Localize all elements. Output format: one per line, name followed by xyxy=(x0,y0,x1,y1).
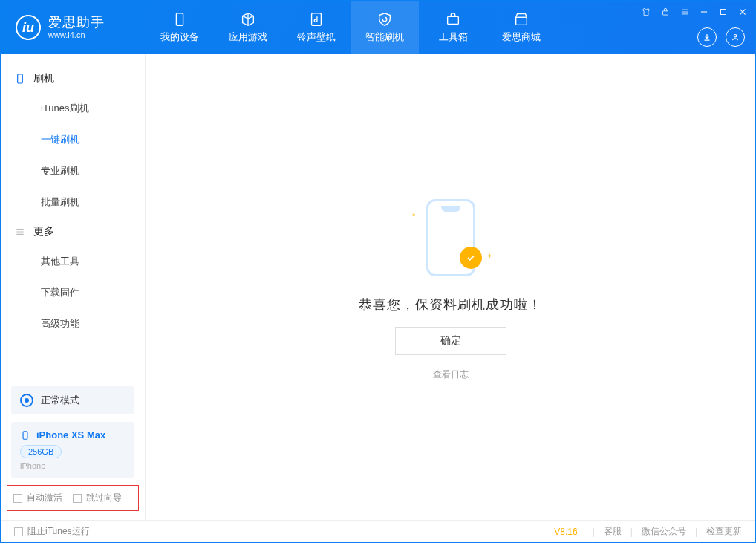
sidebar-section-more: 更多 xyxy=(1,218,145,246)
view-log-link[interactable]: 查看日志 xyxy=(433,368,469,381)
device-storage-badge: 256GB xyxy=(20,445,62,458)
sidebar-item-download-firmware[interactable]: 下载固件 xyxy=(1,277,145,308)
support-link[interactable]: 客服 xyxy=(604,525,622,538)
maximize-icon[interactable] xyxy=(717,5,730,19)
svg-rect-3 xyxy=(663,11,668,15)
sidebar-item-advanced[interactable]: 高级功能 xyxy=(1,308,145,339)
version-label: V8.16 xyxy=(554,527,577,537)
section-title: 刷机 xyxy=(33,72,54,85)
device-card[interactable]: iPhone XS Max 256GB iPhone xyxy=(11,422,134,478)
logo: iu 爱思助手 www.i4.cn xyxy=(1,1,146,54)
sidebar-item-itunes-flash[interactable]: iTunes刷机 xyxy=(1,93,145,124)
svg-rect-4 xyxy=(721,10,726,15)
sidebar: 刷机 iTunes刷机 一键刷机 专业刷机 批量刷机 更多 其他工具 下载固件 … xyxy=(1,54,146,520)
highlighted-options-box: 自动激活 跳过向导 xyxy=(7,485,139,511)
header-action-icons xyxy=(697,27,745,47)
mode-card[interactable]: 正常模式 xyxy=(11,386,134,414)
music-file-icon xyxy=(308,11,325,27)
status-bar: 阻止iTunes运行 V8.16 | 客服 | 微信公众号 | 检查更新 xyxy=(1,520,755,542)
main-content: ✦ ✦ ✦ 恭喜您，保资料刷机成功啦！ 确定 查看日志 xyxy=(146,54,755,520)
checkbox-icon xyxy=(73,494,82,503)
checkbox-label: 自动激活 xyxy=(27,492,62,504)
checkbox-label: 阻止iTunes运行 xyxy=(27,525,90,538)
download-button[interactable] xyxy=(697,27,717,47)
ok-button[interactable]: 确定 xyxy=(395,327,506,355)
tab-smart-flash[interactable]: 智能刷机 xyxy=(351,1,419,54)
tab-toolbox[interactable]: 工具箱 xyxy=(419,1,487,54)
success-message: 恭喜您，保资料刷机成功啦！ xyxy=(359,296,542,313)
toolbox-icon xyxy=(445,11,461,27)
checkbox-icon xyxy=(13,494,22,503)
checkbox-auto-activate[interactable]: 自动激活 xyxy=(13,492,62,504)
app-url: www.i4.cn xyxy=(48,30,105,39)
svg-point-5 xyxy=(734,35,737,38)
sidebar-section-flash: 刷机 xyxy=(1,65,145,93)
store-icon xyxy=(513,11,529,27)
device-icon xyxy=(172,11,188,27)
user-button[interactable] xyxy=(726,27,745,47)
svg-rect-0 xyxy=(176,13,183,26)
svg-rect-2 xyxy=(448,16,459,24)
tab-label: 应用游戏 xyxy=(229,30,267,44)
nav-tabs: 我的设备 应用游戏 铃声壁纸 智能刷机 工具箱 爱思商城 xyxy=(146,1,555,54)
tab-label: 爱思商城 xyxy=(502,30,541,44)
menu-icon[interactable] xyxy=(678,5,691,19)
tab-label: 铃声壁纸 xyxy=(297,30,336,44)
checkbox-label: 跳过向导 xyxy=(86,492,122,504)
checkbox-skip-guide[interactable]: 跳过向导 xyxy=(73,492,122,504)
close-icon[interactable] xyxy=(736,5,749,19)
lock-icon[interactable] xyxy=(659,5,672,19)
cube-icon xyxy=(240,11,256,27)
svg-rect-6 xyxy=(18,74,23,83)
device-name-label: iPhone XS Max xyxy=(36,429,105,440)
section-title: 更多 xyxy=(33,225,54,238)
success-illustration: ✦ ✦ ✦ xyxy=(406,193,495,282)
checkbox-block-itunes[interactable]: 阻止iTunes运行 xyxy=(14,525,90,538)
sidebar-item-batch-flash[interactable]: 批量刷机 xyxy=(1,186,145,218)
tab-label: 工具箱 xyxy=(439,30,468,44)
list-icon xyxy=(14,226,26,238)
tab-apps-games[interactable]: 应用游戏 xyxy=(214,1,282,54)
title-bar: iu 爱思助手 www.i4.cn 我的设备 应用游戏 铃声壁纸 智能刷机 工具… xyxy=(1,1,755,54)
mode-indicator-icon xyxy=(20,394,33,407)
success-check-icon xyxy=(460,247,482,269)
app-name: 爱思助手 xyxy=(48,16,105,30)
checkbox-icon xyxy=(14,527,23,536)
wechat-link[interactable]: 微信公众号 xyxy=(642,525,686,538)
logo-icon: iu xyxy=(16,15,41,40)
sidebar-item-oneclick-flash[interactable]: 一键刷机 xyxy=(1,124,145,155)
tab-label: 我的设备 xyxy=(160,30,199,44)
minimize-icon[interactable] xyxy=(697,5,711,19)
svg-rect-7 xyxy=(23,431,27,439)
tab-ringtones-wallpapers[interactable]: 铃声壁纸 xyxy=(282,1,351,54)
check-update-link[interactable]: 检查更新 xyxy=(706,525,742,538)
window-controls xyxy=(639,5,749,19)
svg-rect-1 xyxy=(312,13,322,26)
tab-my-device[interactable]: 我的设备 xyxy=(146,1,214,54)
mode-label: 正常模式 xyxy=(41,394,79,407)
device-phone-icon xyxy=(20,430,30,440)
shirt-icon[interactable] xyxy=(639,5,653,19)
tab-label: 智能刷机 xyxy=(365,30,404,44)
device-type-label: iPhone xyxy=(20,461,126,470)
refresh-shield-icon xyxy=(377,11,393,27)
sidebar-item-other-tools[interactable]: 其他工具 xyxy=(1,246,145,277)
phone-icon xyxy=(14,73,26,85)
tab-store[interactable]: 爱思商城 xyxy=(487,1,555,54)
sidebar-item-pro-flash[interactable]: 专业刷机 xyxy=(1,155,145,186)
